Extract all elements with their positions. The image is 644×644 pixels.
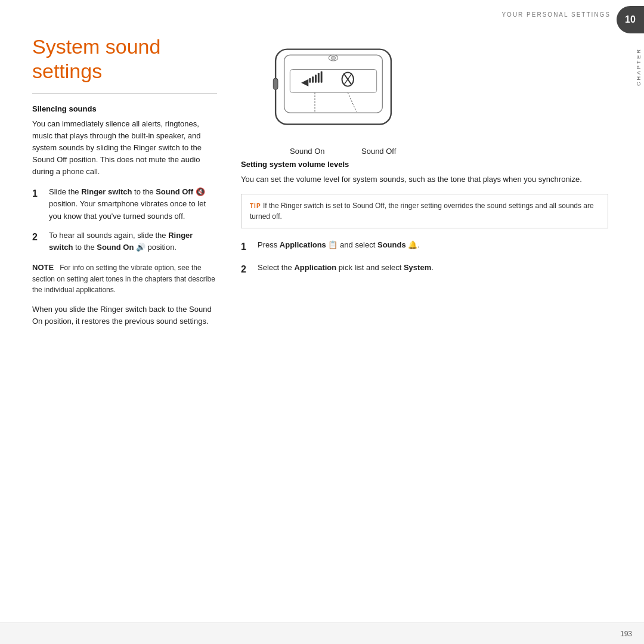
note-block: NOTE For info on setting the vibrate opt… [32,262,217,295]
svg-point-16 [331,56,336,60]
left-steps-list: 1 Slide the Ringer switch to the Sound O… [32,186,217,253]
page-title: System sound settings [32,35,217,83]
step-text: Slide the Ringer switch to the Sound Off… [49,186,217,222]
section-label: YOUR PERSONAL SETTINGS [501,11,611,18]
step-number: 1 [241,239,252,255]
note-label: NOTE [32,263,54,272]
svg-rect-8 [321,71,323,82]
list-item: 1 Press Applications 📋 and select Sounds… [241,239,608,255]
tip-text: If the Ringer switch is set to Sound Off… [250,202,594,221]
note-text: For info on setting the vibrate option, … [32,264,215,294]
svg-rect-1 [284,55,383,113]
chapter-badge: 10 [617,6,644,33]
step-number: 2 [32,230,43,253]
tip-label: TIP [250,203,261,209]
svg-line-13 [348,92,357,112]
top-bar: YOUR PERSONAL SETTINGS [0,0,644,29]
svg-text:◀: ◀ [301,77,309,87]
volume-heading: Setting system volume levels [241,160,608,169]
chapter-label: CHAPTER [636,48,642,86]
right-steps-list: 1 Press Applications 📋 and select Sounds… [241,239,608,277]
step-text: Press Applications 📋 and select Sounds 🔔… [258,239,420,255]
step-text: Select the Application pick list and sel… [258,262,434,277]
list-item: 2 To hear all sounds again, slide the Ri… [32,230,217,253]
bottom-bar: 193 [0,623,644,644]
svg-rect-7 [318,73,320,82]
svg-rect-5 [312,76,314,83]
step-text: To hear all sounds again, slide the Ring… [49,230,217,253]
svg-rect-4 [309,78,311,83]
list-item: 2 Select the Application pick list and s… [241,262,608,277]
svg-rect-14 [273,78,278,89]
chapter-number: 10 [625,14,636,25]
note-footer: When you slide the Ringer switch back to… [32,304,217,327]
step-number: 1 [32,186,43,222]
sound-off-label: Sound Off [361,147,396,156]
tip-box: TIP If the Ringer switch is set to Sound… [241,194,608,228]
title-divider [32,93,217,94]
main-content: System sound settings Silencing sounds Y… [32,35,608,620]
page-number: 193 [620,630,632,638]
left-column: System sound settings Silencing sounds Y… [32,35,217,620]
volume-intro: You can set the volume level for system … [241,174,608,185]
silencing-intro: You can immediately silence all alerts, … [32,118,217,178]
silencing-heading: Silencing sounds [32,104,217,113]
right-column: ◀ [241,35,608,620]
step-number: 2 [241,262,252,277]
device-illustration: ◀ [241,35,426,142]
svg-rect-6 [315,75,317,83]
sound-on-label: Sound On [290,147,325,156]
list-item: 1 Slide the Ringer switch to the Sound O… [32,186,217,222]
